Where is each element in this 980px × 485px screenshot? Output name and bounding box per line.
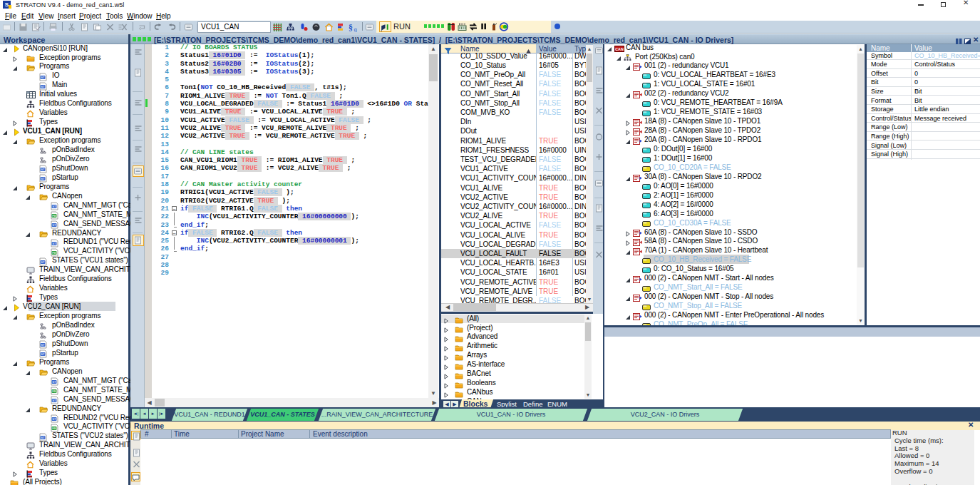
svg-text:ST: ST [52, 205, 56, 208]
svg-text:ST: ST [41, 343, 45, 347]
svg-text:CAN: CAN [615, 47, 624, 51]
svg-text:ST: ST [52, 399, 56, 402]
svg-text:§: § [349, 24, 353, 32]
svg-text:ST: ST [41, 168, 45, 171]
svg-text:ST: ST [52, 242, 56, 245]
svg-text:ST: ST [52, 417, 56, 421]
svg-text:ST: ST [41, 76, 45, 79]
svg-text:FB: FB [52, 389, 56, 393]
svg-text:FB: FB [52, 427, 56, 430]
svg-text:ST: ST [41, 177, 45, 180]
svg-text:ST: ST [52, 380, 56, 384]
svg-text:ST: ST [52, 223, 56, 227]
svg-text:g: g [354, 26, 357, 32]
svg-text:ST: ST [41, 85, 45, 88]
svg-text:ST: ST [41, 260, 45, 264]
svg-text:FB: FB [52, 214, 56, 218]
svg-text:ST: ST [41, 436, 45, 439]
svg-text:ST: ST [41, 352, 45, 356]
svg-text:FB: FB [52, 251, 56, 255]
